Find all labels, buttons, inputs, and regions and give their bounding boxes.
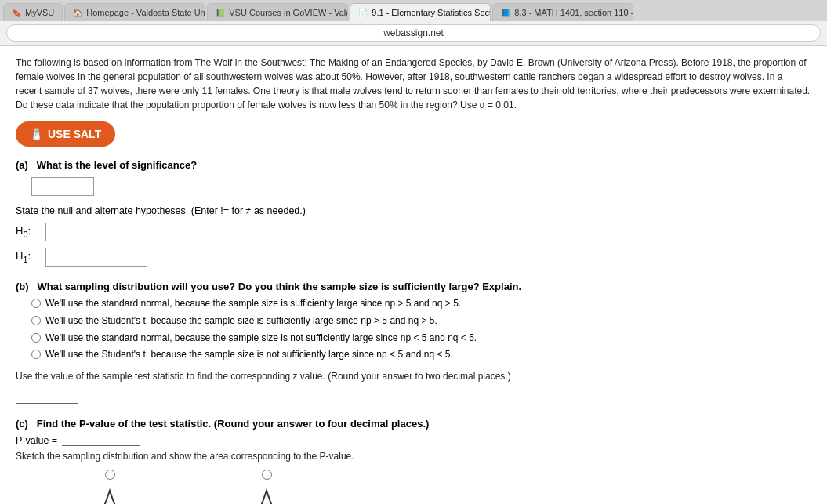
z-value-instruction: Use the value of the sample test statist… (16, 371, 811, 382)
part-b-question: What sampling distribution will you use?… (37, 281, 521, 292)
part-c-label: (c) Find the P-value of the test statist… (16, 418, 811, 430)
use-salt-label: USE SALT (48, 128, 101, 140)
browser-chrome: 🔖 MyVSU 🏠 Homepage - Valdosta State Univ… (0, 0, 827, 46)
part-b-section: (b) What sampling distribution will you … (16, 281, 811, 404)
alt-hypothesis-input[interactable] (45, 248, 147, 267)
bell-curve-svg-2 (204, 483, 329, 504)
z-value-section: Use the value of the sample test statist… (16, 371, 811, 404)
null-hypothesis-input[interactable] (45, 223, 147, 241)
radio-options: We'll use the standard normal, because t… (31, 297, 811, 361)
radio-label-4: We'll use the Student's t, because the s… (45, 348, 453, 361)
state-hypotheses-text: State the null and alternate hypotheses.… (16, 205, 811, 216)
radio-label-3: We'll use the standard normal, because t… (45, 332, 477, 345)
part-c-question: Find the P-value of the test statistic. … (37, 418, 430, 430)
radio-standard-normal-large[interactable] (31, 299, 41, 308)
tab-homepage[interactable]: 🏠 Homepage - Valdosta State University (64, 3, 205, 21)
browser-toolbar: webassign.net (0, 21, 827, 45)
curve-option-2 (204, 470, 329, 504)
tab-elementary-stats[interactable]: 📄 9.1 - Elementary Statistics Section 11… (350, 3, 491, 21)
tab-icon-vsu: 📗 (216, 9, 225, 17)
curve-option-1 (47, 470, 172, 504)
tab-bar: 🔖 MyVSU 🏠 Homepage - Valdosta State Univ… (0, 0, 827, 21)
address-bar[interactable]: webassign.net (6, 24, 821, 42)
level-of-sig-input-area (31, 177, 811, 196)
radio-standard-normal-small[interactable] (31, 333, 41, 343)
alt-hypothesis-row: H1: (16, 248, 811, 267)
tab-myvsu[interactable]: 🔖 MyVSU (3, 3, 63, 21)
null-hyp-label: H0: (16, 225, 39, 239)
part-b-label: (b) What sampling distribution will you … (16, 281, 811, 292)
alt-hyp-label: H1: (16, 250, 39, 264)
part-a-label: (a) What is the level of significance? (16, 159, 811, 171)
radio-option-2: We'll use the Student's t, because the s… (31, 314, 811, 328)
tab-math[interactable]: 📘 8.3 - MATH 1401, section 110 - Camara,… (492, 3, 633, 21)
radio-option-3: We'll use the standard normal, because t… (31, 332, 811, 345)
use-salt-button[interactable]: 🧂 USE SALT (16, 121, 115, 147)
sketch-text: Sketch the sampling distribution and sho… (16, 451, 811, 462)
part-a-question: What is the level of significance? (37, 159, 197, 171)
tab-icon-myvsu: 🔖 (12, 9, 21, 17)
radio-option-4: We'll use the Student's t, because the s… (31, 348, 811, 361)
salt-icon: 🧂 (30, 128, 43, 140)
curves-area (16, 470, 811, 504)
problem-text: The following is based on information fr… (16, 56, 811, 112)
radio-option-1: We'll use the standard normal, because t… (31, 297, 811, 310)
tab-icon-homepage: 🏠 (73, 9, 82, 17)
radio-label-1: We'll use the standard normal, because t… (45, 297, 461, 310)
radio-student-t-large[interactable] (31, 316, 41, 325)
p-value-input[interactable] (62, 434, 140, 446)
tab-icon-stats: 📄 (358, 9, 368, 17)
part-a-section: (a) What is the level of significance? S… (16, 159, 811, 267)
p-value-label: P-value = (16, 435, 57, 446)
tab-icon-math: 📘 (501, 9, 510, 17)
bell-curve-svg-1 (47, 483, 172, 504)
z-value-input[interactable] (16, 388, 78, 404)
page-content: The following is based on information fr… (0, 46, 827, 504)
curve-radio-1[interactable] (105, 470, 115, 480)
part-c-section: (c) Find the P-value of the test statist… (16, 418, 811, 504)
p-value-row: P-value = (16, 434, 811, 446)
hypotheses-section: State the null and alternate hypotheses.… (16, 205, 811, 267)
radio-student-t-small[interactable] (31, 350, 41, 359)
level-of-sig-input[interactable] (31, 177, 94, 196)
null-hypothesis-row: H0: (16, 223, 811, 241)
tab-vsu-courses[interactable]: 📗 VSU Courses in GoVIEW - Valdosta State… (207, 3, 348, 21)
radio-label-2: We'll use the Student's t, because the s… (45, 314, 437, 328)
curve-radio-2[interactable] (262, 470, 272, 480)
